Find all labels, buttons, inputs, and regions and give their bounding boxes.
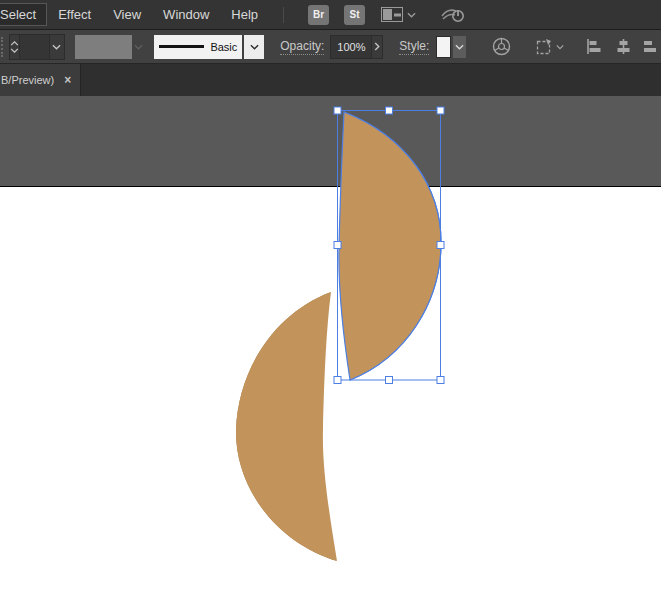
share-icon	[440, 6, 466, 24]
align-right-button[interactable]	[644, 38, 661, 55]
align-left-button[interactable]	[586, 38, 603, 55]
brush-definition-name: Basic	[210, 41, 237, 53]
chevron-right-icon	[374, 42, 380, 51]
stroke-weight-dropdown[interactable]	[50, 34, 64, 60]
handle-top-center[interactable]	[386, 107, 393, 114]
recolor-artwork-button[interactable]	[492, 37, 511, 56]
tab-bar: B/Preview) ×	[0, 64, 661, 96]
brush-stroke-preview	[159, 45, 204, 48]
chevron-down-icon	[455, 44, 464, 50]
align-right-icon	[644, 38, 661, 55]
canvas-area[interactable]	[0, 96, 661, 606]
menu-bar: Select Effect View Window Help Br St	[0, 0, 661, 30]
st-button[interactable]: St	[344, 5, 365, 25]
menu-item-select[interactable]: Select	[0, 3, 47, 26]
handle-bottom-right[interactable]	[437, 377, 444, 384]
document-tab[interactable]: B/Preview) ×	[0, 64, 81, 96]
align-center-button[interactable]	[615, 38, 632, 55]
brush-definition-chevron[interactable]	[244, 35, 264, 59]
graphic-style-swatch[interactable]	[436, 36, 451, 58]
control-bar: Basic Opacity: 100% Style:	[0, 30, 661, 64]
menu-item-view[interactable]: View	[102, 3, 152, 26]
pasteboard	[0, 96, 661, 186]
handle-bottom-left[interactable]	[334, 377, 341, 384]
free-transform-icon	[535, 38, 553, 56]
menubar-separator	[283, 7, 284, 23]
arrange-documents-button[interactable]	[381, 7, 416, 22]
color-wheel-icon	[492, 37, 511, 56]
width-profile-dropdown[interactable]	[75, 35, 133, 59]
menu-item-help[interactable]: Help	[220, 3, 269, 26]
align-left-icon	[586, 38, 603, 55]
chevron-down-icon	[134, 44, 143, 50]
graphic-style-chevron[interactable]	[453, 36, 466, 58]
chevron-down-icon	[52, 44, 61, 50]
width-profile-chevron[interactable]	[132, 35, 144, 59]
br-button[interactable]: Br	[308, 5, 329, 25]
menu-item-window[interactable]: Window	[152, 3, 220, 26]
handle-top-left[interactable]	[334, 107, 341, 114]
artwork-svg	[0, 96, 661, 606]
brush-definition-dropdown[interactable]: Basic	[154, 35, 264, 59]
stepper-down-icon	[10, 48, 19, 53]
share-button[interactable]	[440, 6, 466, 24]
stepper-up-icon	[10, 41, 19, 46]
arrange-documents-icon	[381, 7, 403, 22]
handle-middle-right[interactable]	[437, 242, 444, 249]
panel-grip	[1, 37, 4, 57]
stroke-weight-input[interactable]	[20, 34, 51, 60]
handle-bottom-center[interactable]	[386, 377, 393, 384]
stroke-weight-stepper[interactable]	[9, 34, 20, 60]
graphic-style-label[interactable]: Style:	[399, 39, 429, 55]
chevron-down-icon	[556, 44, 564, 50]
align-horizontal-center-icon	[615, 38, 632, 55]
opacity-label[interactable]: Opacity:	[280, 39, 324, 55]
opacity-input[interactable]: 100%	[330, 35, 372, 59]
handle-top-right[interactable]	[437, 107, 444, 114]
menu-item-effect[interactable]: Effect	[47, 3, 102, 26]
handle-middle-left[interactable]	[334, 242, 341, 249]
tab-close-button[interactable]: ×	[64, 74, 71, 86]
document-tab-title: B/Preview)	[1, 74, 54, 86]
chevron-down-icon	[407, 12, 416, 18]
transform-options-button[interactable]	[535, 38, 564, 56]
chevron-down-icon	[250, 44, 259, 50]
opacity-panel-button[interactable]	[372, 35, 383, 59]
brush-definition-field[interactable]: Basic	[154, 35, 242, 59]
